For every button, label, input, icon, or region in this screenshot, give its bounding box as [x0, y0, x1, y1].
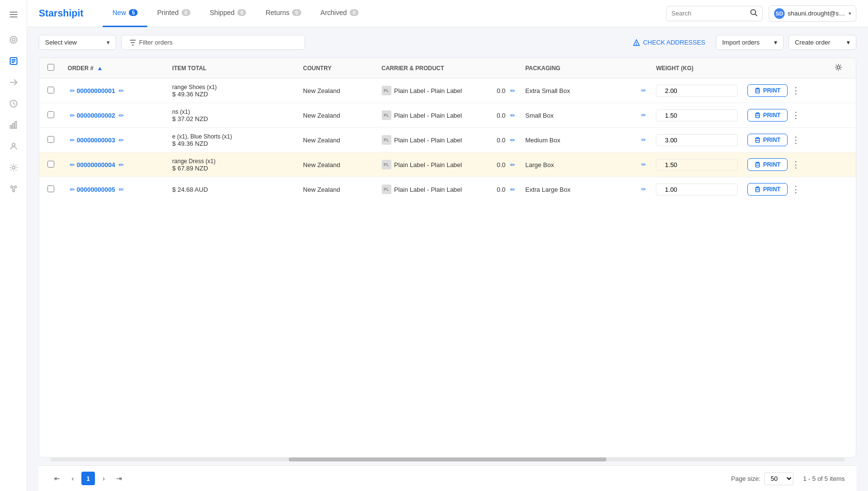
print-button-3[interactable]: PRINT	[747, 158, 788, 171]
import-orders-dropdown[interactable]: Import orders ▾	[716, 35, 784, 50]
carrier-name-1: Plain Label - Plain Label	[394, 112, 462, 119]
weight-input-0[interactable]	[656, 85, 685, 96]
column-header-item-total[interactable]: ITEM TOTAL	[168, 58, 298, 78]
row-checkbox-2[interactable]	[47, 136, 54, 143]
column-header-order[interactable]: ORDER # ▲	[63, 58, 168, 78]
nav-tab-badge-shipped: 0	[237, 9, 246, 16]
column-settings-icon[interactable]	[830, 58, 856, 78]
print-button-4[interactable]: PRINT	[747, 183, 788, 196]
search-input[interactable]	[671, 10, 747, 17]
row-checkbox-0[interactable]	[47, 87, 54, 93]
more-options-button-4[interactable]: ⋮	[790, 182, 802, 197]
create-order-dropdown[interactable]: Create order ▾	[789, 35, 856, 50]
last-page-button[interactable]: ⇥	[112, 472, 126, 485]
edit-item-icon-2[interactable]: ✏	[119, 137, 124, 144]
nav-tab-archived[interactable]: Archived0	[311, 0, 369, 27]
svg-line-20	[12, 188, 13, 190]
weight-input-4[interactable]	[656, 184, 685, 195]
weight-input-3[interactable]	[656, 159, 685, 170]
carrier-edit-icon-4[interactable]: ✏	[510, 186, 515, 193]
first-page-button[interactable]: ⇤	[50, 472, 64, 485]
nav-tab-returns[interactable]: Returns0	[256, 0, 310, 27]
more-options-button-1[interactable]: ⋮	[790, 108, 802, 123]
check-addresses-button[interactable]: CHECK ADDRESSES	[627, 35, 711, 49]
user-menu[interactable]: SD shauni.drought@st... ▾	[769, 5, 856, 22]
column-header-weight[interactable]: WEIGHT (KG)	[651, 58, 743, 78]
edit-item-icon-0[interactable]: ✏	[119, 87, 124, 94]
sidebar-orders-icon[interactable]	[5, 52, 22, 70]
print-button-1[interactable]: PRINT	[747, 109, 788, 122]
packaging-edit-icon-2[interactable]: ✏	[641, 137, 646, 143]
sidebar-users-icon[interactable]	[5, 138, 22, 155]
carrier-edit-icon-3[interactable]: ✏	[510, 161, 515, 169]
more-options-button-2[interactable]: ⋮	[790, 133, 802, 147]
svg-point-27	[837, 66, 840, 69]
page-size-select[interactable]: 50 100 200	[764, 472, 793, 485]
carrier-edit-icon-1[interactable]: ✏	[510, 112, 515, 119]
search-box[interactable]	[666, 6, 763, 21]
packaging-edit-icon-4[interactable]: ✏	[641, 186, 646, 193]
select-view-dropdown[interactable]: Select view ▾	[39, 35, 116, 50]
sidebar-integrations-icon[interactable]	[5, 180, 22, 198]
edit-item-icon-4[interactable]: ✏	[119, 186, 124, 193]
more-options-button-0[interactable]: ⋮	[790, 83, 802, 98]
edit-item-icon-3[interactable]: ✏	[119, 161, 124, 169]
edit-order-icon-2[interactable]: ✏	[70, 137, 75, 144]
order-number-link-0[interactable]: 00000000001	[77, 87, 115, 94]
sidebar-history-icon[interactable]	[5, 95, 22, 112]
country-cell-0: New Zealand	[298, 78, 377, 103]
column-header-country[interactable]: COUNTRY	[298, 58, 377, 78]
order-number-link-4[interactable]: 00000000005	[77, 186, 115, 193]
column-header-carrier[interactable]: CARRIER & PRODUCT	[377, 58, 521, 78]
nav-right: SD shauni.drought@st... ▾	[666, 5, 856, 22]
svg-line-23	[755, 14, 757, 16]
order-number-link-1[interactable]: 00000000002	[77, 112, 115, 119]
print-button-0[interactable]: PRINT	[747, 84, 788, 97]
weight-input-1[interactable]	[656, 110, 685, 121]
carrier-edit-icon-2[interactable]: ✏	[510, 137, 515, 144]
edit-item-icon-1[interactable]: ✏	[119, 112, 124, 119]
row-checkbox-1[interactable]	[47, 111, 54, 118]
row-checkbox-cell	[39, 103, 63, 128]
row-checkbox-4[interactable]	[47, 185, 54, 192]
sidebar-settings-icon[interactable]	[5, 159, 22, 176]
sidebar-analytics-icon[interactable]	[5, 116, 22, 134]
svg-rect-30	[756, 116, 760, 118]
item-desc-3: range Dress (x1)	[172, 158, 216, 165]
packaging-edit-icon-0[interactable]: ✏	[641, 87, 646, 94]
more-options-button-3[interactable]: ⋮	[790, 157, 802, 172]
sidebar-dashboard-icon[interactable]	[5, 31, 22, 48]
row-checkbox-3[interactable]	[47, 161, 54, 168]
scroll-thumb[interactable]	[289, 458, 606, 461]
print-button-2[interactable]: PRINT	[747, 134, 788, 146]
hamburger-menu-icon[interactable]	[5, 6, 22, 23]
actions-cell-1: PRINT ⋮	[743, 103, 830, 128]
column-header-packaging[interactable]: PACKAGING	[520, 58, 651, 78]
packaging-edit-icon-3[interactable]: ✏	[641, 161, 646, 168]
order-number-link-2[interactable]: 00000000003	[77, 137, 115, 144]
column-header-actions	[743, 58, 830, 78]
edit-order-icon-1[interactable]: ✏	[70, 112, 75, 119]
edit-order-icon-4[interactable]: ✏	[70, 186, 75, 193]
edit-order-icon-3[interactable]: ✏	[70, 161, 75, 169]
prev-page-button[interactable]: ‹	[66, 472, 79, 485]
edit-order-icon-0[interactable]: ✏	[70, 87, 75, 94]
filter-orders-button[interactable]: Filter orders	[121, 35, 305, 50]
order-number-link-3[interactable]: 00000000004	[77, 161, 115, 169]
carrier-edit-icon-0[interactable]: ✏	[510, 87, 515, 94]
svg-rect-36	[756, 190, 760, 192]
nav-tab-printed[interactable]: Printed0	[147, 0, 200, 27]
nav-tab-shipped[interactable]: Shipped0	[200, 0, 256, 27]
main-area: Starshipit New5Printed0Shipped0Returns0A…	[27, 0, 868, 491]
select-all-checkbox[interactable]	[47, 64, 54, 71]
search-icon[interactable]	[750, 9, 758, 18]
check-addresses-label: CHECK ADDRESSES	[643, 39, 705, 46]
weight-input-2[interactable]	[656, 135, 685, 146]
settings-cell-3	[830, 153, 856, 177]
horizontal-scrollbar[interactable]	[50, 458, 845, 461]
next-page-button[interactable]: ›	[97, 472, 110, 485]
sidebar-send-icon[interactable]	[5, 74, 22, 91]
packaging-edit-icon-1[interactable]: ✏	[641, 112, 646, 119]
nav-tab-new[interactable]: New5	[103, 0, 147, 27]
settings-cell-0	[830, 78, 856, 103]
